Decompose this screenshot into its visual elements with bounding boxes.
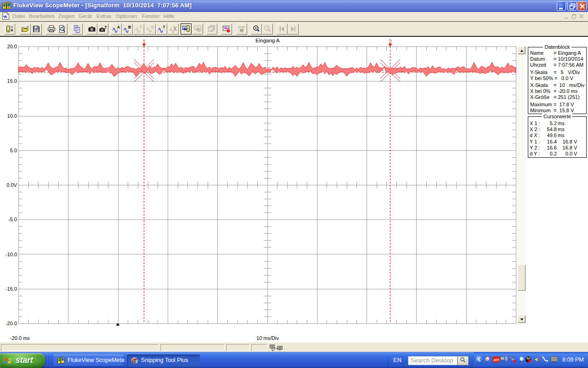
svg-text:0.0V: 0.0V: [6, 182, 17, 188]
svg-text:10 ms/Div: 10 ms/Div: [256, 335, 279, 341]
svg-text:5.0: 5.0: [10, 148, 17, 153]
svg-text:STOP: STOP: [238, 26, 245, 29]
svg-text:Eingang A: Eingang A: [255, 38, 280, 43]
svg-text:15.0: 15.0: [7, 78, 17, 84]
svg-text:C: C: [140, 25, 142, 29]
svg-text:-10.0: -10.0: [6, 252, 17, 257]
svg-text:-20.0 ms: -20.0 ms: [10, 335, 30, 341]
svg-text:D: D: [151, 25, 154, 29]
svg-text:20.0: 20.0: [7, 44, 17, 49]
svg-text:-5.0: -5.0: [8, 217, 17, 222]
svg-text:ATI: ATI: [493, 358, 499, 362]
svg-text:DJ: DJ: [527, 357, 531, 360]
svg-text:?: ?: [163, 25, 165, 29]
svg-text:-20.0: -20.0: [6, 321, 17, 326]
svg-text:A: A: [117, 25, 120, 29]
svg-text:?: ?: [104, 25, 107, 29]
svg-text:-15.0: -15.0: [6, 286, 17, 292]
svg-text:10.0: 10.0: [7, 113, 17, 119]
svg-text:B: B: [128, 25, 131, 29]
